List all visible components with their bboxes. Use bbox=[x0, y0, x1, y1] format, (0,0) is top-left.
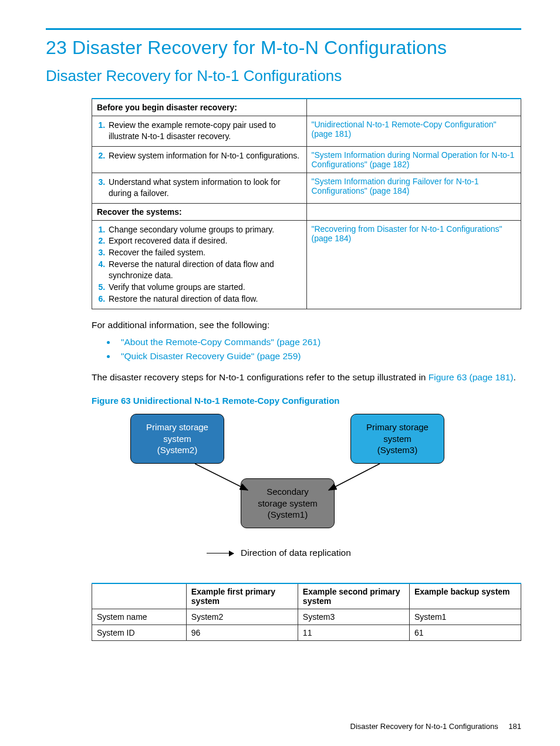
step-text: Review system information for N-to-1 con… bbox=[107, 150, 302, 161]
xref-link[interactable]: Figure 63 (page 181) bbox=[429, 372, 514, 382]
body-paragraph: For additional information, see the foll… bbox=[92, 319, 521, 332]
content-block: Before you begin disaster recovery: Revi… bbox=[92, 98, 521, 641]
xref-link[interactable]: "About the Remote-Copy Commands" (page 2… bbox=[121, 337, 321, 347]
table-cell: System name bbox=[92, 609, 187, 625]
legend-text: Direction of data replication bbox=[241, 548, 351, 558]
table-cell: System2 bbox=[186, 609, 298, 625]
bullet-list: "About the Remote-Copy Commands" (page 2… bbox=[92, 337, 521, 362]
table-header-before: Before you begin disaster recovery: bbox=[92, 99, 307, 116]
body-text: The disaster recovery steps for N-to-1 c… bbox=[92, 372, 429, 382]
top-rule bbox=[46, 28, 521, 30]
diagram-node-secondary: Secondarystorage system(System1) bbox=[241, 478, 335, 528]
svg-line-1 bbox=[329, 464, 380, 490]
table-row: Review the example remote-copy pair used… bbox=[92, 116, 521, 147]
section-title: Disaster Recovery for N-to-1 Configurati… bbox=[46, 67, 521, 85]
dr-steps-table: Before you begin disaster recovery: Revi… bbox=[92, 98, 521, 309]
body-text: . bbox=[514, 372, 516, 382]
svg-line-0 bbox=[195, 464, 248, 490]
xref-link[interactable]: "Quick Disaster Recovery Guide" (page 25… bbox=[121, 351, 301, 361]
table-row: System name System2 System3 System1 bbox=[92, 609, 521, 625]
step-text: Restore the natural direction of data fl… bbox=[107, 293, 302, 305]
xref-link[interactable]: "System Information during Normal Operat… bbox=[312, 150, 515, 169]
table-cell: 61 bbox=[409, 625, 521, 641]
body-paragraph: The disaster recovery steps for N-to-1 c… bbox=[92, 371, 521, 384]
table-header bbox=[92, 583, 187, 609]
table-header: Example first primary system bbox=[186, 583, 298, 609]
table-cell: System ID bbox=[92, 625, 187, 641]
diagram-legend: Direction of data replication bbox=[207, 548, 351, 558]
chapter-title: 23 Disaster Recovery for M-to-N Configur… bbox=[46, 37, 521, 59]
diagram-node-primary-right: Primary storagesystem(System3) bbox=[350, 414, 444, 464]
table-cell: System3 bbox=[298, 609, 409, 625]
figure-diagram: Primary storagesystem(System2) Primary s… bbox=[130, 414, 483, 566]
system-info-table: Example first primary system Example sec… bbox=[92, 583, 521, 641]
step-text: Understand what system information to lo… bbox=[107, 177, 302, 199]
table-header: Example backup system bbox=[409, 583, 521, 609]
figure-caption: Figure 63 Unidirectional N-to-1 Remote-C… bbox=[92, 396, 521, 406]
table-row: Review system information for N-to-1 con… bbox=[92, 146, 521, 173]
step-text: Review the example remote-copy pair used… bbox=[107, 120, 302, 142]
step-text: Export recovered data if desired. bbox=[107, 235, 302, 247]
table-subheader-row: Recover the systems: bbox=[92, 203, 521, 220]
step-text: Verify that volume groups are started. bbox=[107, 282, 302, 293]
xref-link[interactable]: "Unidirectional N-to-1 Remote-Copy Confi… bbox=[312, 120, 497, 139]
page-footer: Disaster Recovery for N-to-1 Configurati… bbox=[350, 722, 521, 731]
footer-title: Disaster Recovery for N-to-1 Configurati… bbox=[350, 722, 498, 731]
step-text: Reverse the natural direction of data fl… bbox=[107, 259, 302, 281]
table-header-empty bbox=[306, 203, 521, 220]
step-text: Change secondary volume groups to primar… bbox=[107, 224, 302, 235]
document-page: 23 Disaster Recovery for M-to-N Configur… bbox=[0, 0, 560, 746]
table-header-empty bbox=[306, 99, 521, 116]
xref-link[interactable]: "System Information during Failover for … bbox=[312, 177, 479, 195]
step-text: Recover the failed system. bbox=[107, 247, 302, 258]
footer-page-number: 181 bbox=[508, 722, 521, 731]
table-header: Example second primary system bbox=[298, 583, 409, 609]
table-row: System ID 96 11 61 bbox=[92, 625, 521, 641]
diagram-node-primary-left: Primary storagesystem(System2) bbox=[130, 414, 224, 464]
table-row: Change secondary volume groups to primar… bbox=[92, 220, 521, 309]
table-row: Understand what system information to lo… bbox=[92, 173, 521, 203]
table-cell: 96 bbox=[186, 625, 298, 641]
table-header-recover: Recover the systems: bbox=[92, 203, 307, 220]
table-cell: System1 bbox=[409, 609, 521, 625]
table-cell: 11 bbox=[298, 625, 409, 641]
arrow-icon bbox=[207, 553, 234, 553]
xref-link[interactable]: "Recovering from Disaster for N-to-1 Con… bbox=[312, 224, 502, 243]
